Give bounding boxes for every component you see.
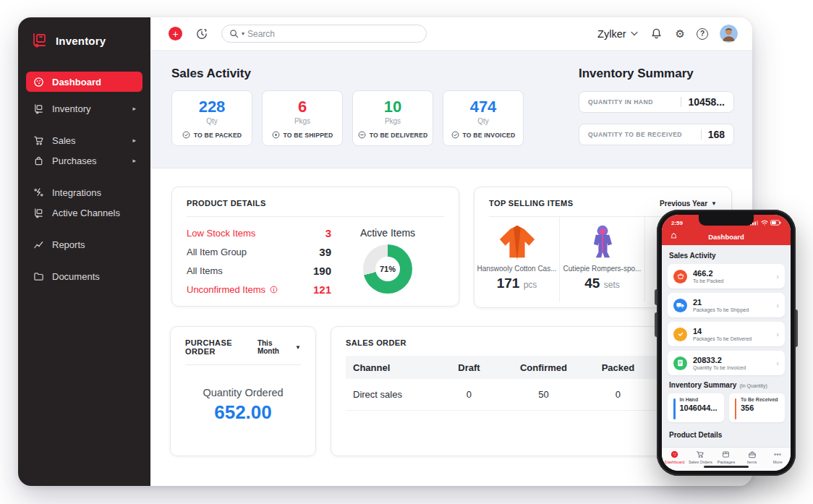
inventory-logo-icon: [31, 32, 48, 49]
divider: [681, 97, 681, 107]
card-label: In Hand: [680, 397, 718, 402]
tab-label: Dashboard: [665, 460, 684, 464]
chevron-right-icon: ›: [776, 359, 779, 367]
app-logo[interactable]: Inventory: [18, 17, 150, 52]
sidebar-item-purchases[interactable]: Purchases ▸: [26, 150, 142, 171]
wifi-icon: [761, 220, 768, 226]
filter-label: This Month: [257, 339, 291, 355]
top-item-2[interactable]: Cutiepie Rompers-spo... 45 sets: [560, 217, 645, 302]
all-items-row[interactable]: All Items 190: [187, 265, 331, 277]
search-scope-caret-icon[interactable]: ▾: [242, 30, 244, 37]
sidebar: Inventory Dashboard: [18, 17, 150, 486]
sidebar-item-documents[interactable]: Documents: [26, 266, 142, 286]
metric-label: TO BE INVOICED: [463, 132, 516, 139]
sidebar-item-active-channels[interactable]: Active Channels: [26, 202, 142, 223]
org-name: Zylker: [597, 28, 626, 40]
user-avatar[interactable]: [720, 25, 738, 43]
settings-gear-icon[interactable]: ⚙: [676, 27, 685, 40]
tab-label: More: [773, 460, 783, 464]
metric-unit: Pkgs: [294, 117, 310, 125]
phone-item-to-be-shipped[interactable]: 21 Packages To be Shipped ›: [668, 293, 785, 317]
metric-label: TO BE SHIPPED: [284, 132, 333, 139]
summary-band: Sales Activity 228 Qty TO BE PACKED 6 Pk…: [150, 51, 752, 168]
info-icon[interactable]: [270, 286, 278, 294]
sidebar-item-label: Purchases: [52, 155, 96, 166]
unconfirmed-items-row[interactable]: Unconfirmed Items 121: [187, 283, 331, 296]
chevron-right-icon: ›: [776, 272, 779, 281]
phone-sales-activity-title: Sales Activity: [669, 252, 785, 260]
invoice-icon: [673, 356, 687, 370]
search-box: ▾: [221, 25, 427, 43]
integrations-icon: [33, 187, 44, 198]
reports-icon: [33, 239, 44, 250]
cart-icon: [33, 135, 44, 146]
chevron-down-icon: [631, 31, 638, 36]
sidebar-item-inventory[interactable]: Inventory ▸: [26, 98, 142, 119]
phone-item-to-be-packed[interactable]: 466.2 To be Packed ›: [668, 264, 785, 289]
help-icon[interactable]: ?: [697, 28, 708, 40]
product-details-card: PRODUCT DETAILS Low Stock Items 3 All It…: [171, 187, 459, 307]
donut-percent: 71%: [375, 257, 400, 281]
metric-value: 474: [470, 98, 497, 116]
card-to-be-shipped[interactable]: 6 Pkgs TO BE SHIPPED: [262, 90, 343, 146]
metric-value: 652.00: [214, 401, 272, 424]
app-window: Inventory Dashboard: [18, 17, 752, 486]
column-header: Confirmed: [502, 362, 585, 373]
app-title: Inventory: [56, 35, 106, 47]
sidebar-item-reports[interactable]: Reports: [26, 234, 142, 255]
metric-unit: Qty: [206, 117, 218, 125]
low-stock-items-row[interactable]: Low Stock Items 3: [187, 227, 331, 239]
sidebar-item-sales[interactable]: Sales ▸: [26, 130, 142, 150]
period-filter-dropdown[interactable]: This Month ▼: [257, 339, 301, 355]
sidebar-item-dashboard[interactable]: Dashboard: [26, 72, 142, 92]
item-value: 21: [693, 298, 749, 307]
phone-in-hand-card[interactable]: In Hand 1046044...: [668, 393, 724, 422]
phone-tab-sales-orders[interactable]: Sales Orders: [688, 450, 714, 464]
top-item-1[interactable]: Hanswooly Cotton Cas... 171 pcs: [474, 217, 560, 302]
sidebar-item-label: Documents: [52, 271, 100, 282]
search-icon: [229, 29, 239, 38]
submenu-arrow-icon: ▸: [132, 137, 136, 144]
quantity-in-hand-row[interactable]: QUANTITY IN HAND 10458...: [579, 91, 734, 113]
quick-create-button[interactable]: +: [169, 27, 182, 40]
row-label: All Item Group: [187, 247, 247, 257]
item-value: 466.2: [693, 269, 723, 278]
metric-unit: Qty: [477, 117, 489, 125]
quantity-to-be-received-row[interactable]: QUANTITY TO BE RECEIVED 168: [579, 124, 734, 145]
notifications-bell-icon[interactable]: [650, 27, 664, 41]
row-label: All Items: [187, 265, 223, 276]
column-header: Packed: [585, 362, 651, 373]
recent-activity-icon[interactable]: [195, 27, 209, 41]
metric-value: 228: [199, 98, 226, 116]
cell-packed: 0: [585, 389, 651, 400]
dashboard-tab-icon: [671, 450, 678, 458]
org-switcher[interactable]: Zylker: [597, 28, 637, 40]
phone-item-to-be-invoiced[interactable]: 20833.2 Quantity To be Invoiced ›: [668, 351, 785, 375]
phone-tab-packages[interactable]: Packages: [713, 450, 739, 464]
sidebar-item-label: Reports: [52, 239, 85, 250]
card-to-be-delivered[interactable]: 10 Pkgs TO BE DELIVERED: [352, 90, 433, 146]
search-input[interactable]: [247, 29, 419, 39]
phone-item-to-be-delivered[interactable]: 14 Packages To be Delivered ›: [668, 322, 785, 346]
all-item-group-row[interactable]: All Item Group 39: [187, 246, 331, 258]
check-icon: [673, 328, 687, 341]
phone-tab-items[interactable]: Items: [739, 450, 765, 464]
period-filter-dropdown[interactable]: Previous Year ▼: [660, 200, 717, 208]
card-to-be-packed[interactable]: 228 Qty TO BE PACKED: [171, 90, 252, 146]
active-items-donut: 71%: [363, 244, 412, 294]
card-title: PURCHASE ORDER: [185, 338, 257, 356]
product-qty: 171: [497, 276, 520, 291]
phone-tab-more[interactable]: More: [765, 450, 791, 464]
item-label: To be Packed: [693, 278, 723, 283]
tab-label: Packages: [718, 460, 736, 464]
card-to-be-invoiced[interactable]: 474 Qty TO BE INVOICED: [443, 90, 524, 146]
sidebar-item-integrations[interactable]: Integrations: [26, 182, 142, 202]
metric-label: TO BE DELIVERED: [370, 132, 428, 139]
sales-activity-title: Sales Activity: [171, 67, 251, 81]
romper-product-image: [584, 223, 621, 260]
phone-screen: 2:59 Dashboard Sales Activity: [662, 215, 791, 471]
phone-home-indicator[interactable]: [704, 466, 749, 468]
battery-icon: [770, 220, 781, 226]
phone-to-be-received-card[interactable]: To Be Received 356: [729, 393, 786, 422]
phone-tab-dashboard[interactable]: Dashboard: [662, 450, 688, 464]
